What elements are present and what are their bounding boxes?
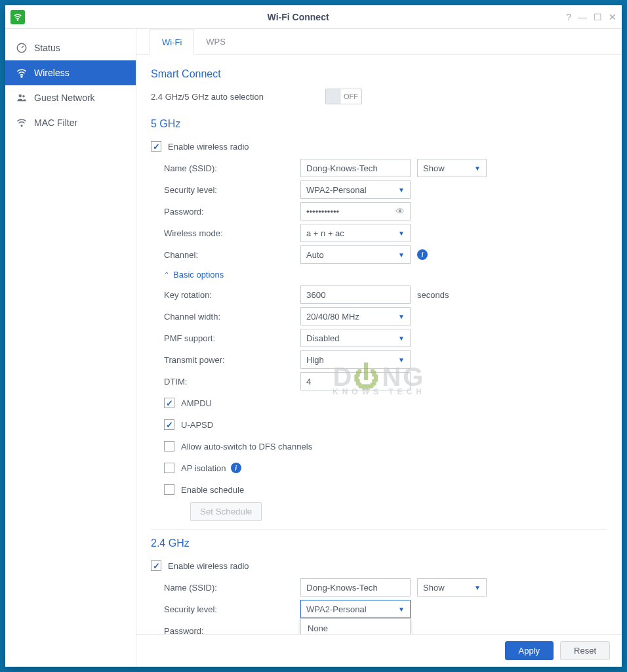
tab-wps[interactable]: WPS (194, 29, 237, 54)
ghz24-visibility-select[interactable]: Show▼ (417, 578, 487, 597)
uapsd-label: U-APSD (181, 420, 213, 430)
autosel-toggle[interactable]: OFF (325, 89, 362, 104)
window-title: Wi-Fi Connect (30, 12, 566, 22)
sidebar-item-label: Guest Network (34, 93, 95, 103)
dfs-label: Allow auto-switch to DFS channels (181, 442, 312, 452)
ghz5-channel-select[interactable]: Auto▼ (300, 245, 411, 264)
close-icon[interactable]: ✕ (609, 12, 617, 22)
ghz5-enable-checkbox[interactable] (151, 141, 161, 152)
svg-point-0 (17, 20, 18, 20)
ghz5-enable-label: Enable wireless radio (168, 142, 249, 152)
txpower-label: Transmit power: (151, 355, 300, 365)
info-icon[interactable]: i (417, 249, 428, 260)
dropdown-option[interactable]: None (301, 619, 410, 634)
apiso-label: AP isolation (181, 463, 226, 473)
keyrot-label: Key rotation: (151, 290, 300, 300)
maximize-icon[interactable]: ☐ (594, 12, 602, 22)
dfs-checkbox[interactable] (164, 441, 174, 452)
info-icon[interactable]: i (231, 463, 241, 473)
ghz5-visibility-select[interactable]: Show▼ (417, 159, 487, 177)
password-label: Password: (151, 207, 300, 217)
autosel-label: 2.4 GHz/5 GHz auto selection (151, 92, 325, 102)
ghz24-enable-checkbox[interactable] (151, 560, 161, 571)
ghz5-security-select[interactable]: WPA2-Personal▼ (300, 180, 411, 199)
chwidth-select[interactable]: 20/40/80 MHz▼ (300, 307, 411, 326)
keyrot-input[interactable] (300, 285, 411, 304)
pmf-label: PMF support: (151, 333, 300, 343)
ghz24-enable-label: Enable wireless radio (168, 561, 249, 571)
ghz24-security-select[interactable]: WPA2-Personal▼ (300, 600, 411, 618)
svg-point-2 (21, 76, 22, 77)
basic-options-toggle[interactable]: ⌃Basic options (151, 270, 607, 280)
svg-point-4 (22, 95, 24, 97)
sidebar-item-label: Status (34, 43, 60, 53)
filter-wifi-icon (16, 117, 28, 129)
sidebar-item-status[interactable]: Status (5, 35, 136, 60)
help-icon[interactable]: ? (566, 12, 571, 22)
users-icon (16, 92, 28, 104)
content-area: Smart Connect 2.4 GHz/5 GHz auto selecti… (136, 55, 622, 634)
ssid-label: Name (SSID): (151, 583, 300, 593)
footer: Apply Reset (136, 634, 622, 667)
eye-off-icon[interactable]: 👁 (395, 206, 405, 217)
titlebar: Wi-Fi Connect ? — ☐ ✕ (5, 5, 622, 29)
dtim-label: DTIM: (151, 377, 300, 387)
ghz24-ssid-input[interactable] (300, 578, 411, 597)
seconds-label: seconds (417, 290, 449, 300)
minimize-icon[interactable]: — (578, 12, 587, 22)
tabs: Wi-Fi WPS (136, 29, 622, 55)
mode-label: Wireless mode: (151, 228, 300, 238)
ssid-label: Name (SSID): (151, 163, 300, 173)
chwidth-label: Channel width: (151, 312, 300, 322)
chevron-up-icon: ⌃ (164, 271, 169, 278)
password-label: Password: (151, 626, 300, 635)
sidebar: Status Wireless Guest Network MAC Filter (5, 29, 136, 667)
ampdu-label: AMPDU (181, 398, 212, 408)
ghz5-title: 5 GHz (151, 118, 607, 130)
ghz5-password-input[interactable]: ••••••••••• 👁 (300, 202, 411, 220)
ghz5-ssid-input[interactable] (300, 159, 411, 177)
pmf-select[interactable]: Disabled▼ (300, 329, 411, 347)
svg-point-3 (19, 94, 22, 98)
wifi-icon (16, 67, 28, 79)
set-schedule-button: Set Schedule (190, 502, 262, 521)
channel-label: Channel: (151, 250, 300, 260)
ghz24-title: 2.4 GHz (151, 537, 607, 549)
apply-button[interactable]: Apply (505, 641, 554, 660)
security-label: Security level: (151, 185, 300, 195)
smart-connect-title: Smart Connect (151, 68, 607, 80)
wifi-app-icon (10, 10, 25, 24)
apiso-checkbox[interactable] (164, 463, 174, 473)
txpower-select[interactable]: High▼ (300, 350, 411, 369)
ampdu-checkbox[interactable] (164, 398, 174, 408)
uapsd-checkbox[interactable] (164, 419, 174, 430)
reset-button[interactable]: Reset (560, 641, 610, 660)
svg-point-5 (21, 125, 22, 127)
gauge-icon (16, 42, 28, 54)
security-label: Security level: (151, 604, 300, 614)
tab-wifi[interactable]: Wi-Fi (150, 29, 194, 55)
sidebar-item-label: MAC Filter (34, 117, 77, 128)
ghz5-mode-select[interactable]: a + n + ac▼ (300, 224, 411, 242)
sidebar-item-wireless[interactable]: Wireless (5, 60, 136, 85)
sidebar-item-guest-network[interactable]: Guest Network (5, 85, 136, 110)
sched-checkbox[interactable] (164, 484, 174, 495)
security-dropdown: None WEP WPA/WPA2-Personal WPA/WPA2-Ente… (300, 618, 411, 634)
sched-label: Enable schedule (181, 485, 244, 495)
sidebar-item-label: Wireless (34, 68, 70, 78)
app-window: Wi-Fi Connect ? — ☐ ✕ Status Wireless Gu… (5, 5, 622, 667)
sidebar-item-mac-filter[interactable]: MAC Filter (5, 110, 136, 135)
dtim-input[interactable] (300, 372, 411, 390)
